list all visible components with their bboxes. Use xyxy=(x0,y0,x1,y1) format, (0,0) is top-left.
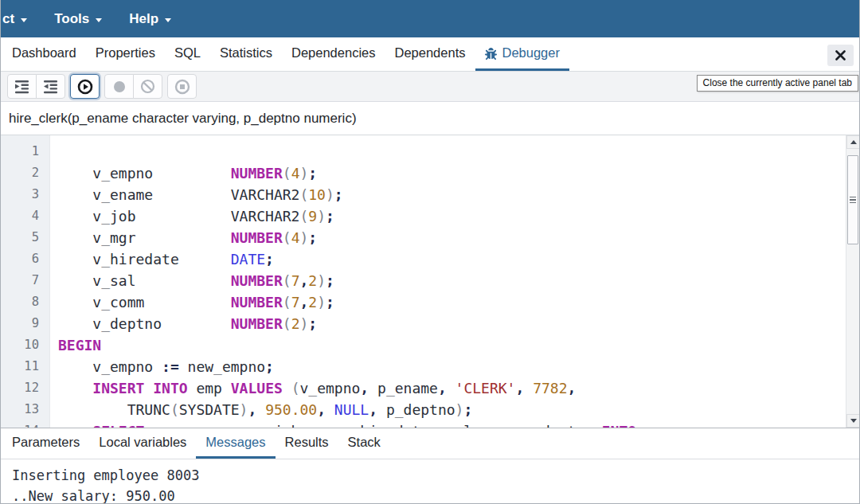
token-pun: ; xyxy=(326,294,334,311)
line-number[interactable]: 14 xyxy=(1,420,39,428)
token-pl: v_empno xyxy=(58,358,162,375)
token-pun: ; xyxy=(326,208,334,225)
token-pun: , xyxy=(515,380,524,397)
tooltip: Close the currently active panel tab xyxy=(697,75,858,92)
tab-results[interactable]: Results xyxy=(276,428,338,459)
code-line[interactable]: v_empno := new_empno; xyxy=(58,356,859,377)
code-line[interactable]: v_mgr NUMBER(4); xyxy=(58,227,859,248)
code-area[interactable]: v_empno NUMBER(4); v_ename VARCHAR2(10);… xyxy=(50,135,859,428)
code-line[interactable]: v_hiredate DATE; xyxy=(58,248,859,270)
code-line[interactable]: v_comm NUMBER(7,2); xyxy=(58,291,859,313)
code-line[interactable] xyxy=(58,141,859,162)
toolbar-button-group xyxy=(7,74,65,99)
code-line[interactable]: v_ename VARCHAR2(10); xyxy=(58,184,859,205)
token-par: ) xyxy=(240,401,248,418)
message-line: ..New salary: 950.00 xyxy=(12,486,859,504)
token-par: ( xyxy=(299,208,308,225)
function-signature-bar: hire_clerk(p_ename character varying, p_… xyxy=(1,102,859,135)
step-over-button[interactable] xyxy=(36,74,65,99)
tab-statistics[interactable]: Statistics xyxy=(210,37,282,71)
code-line[interactable]: v_sal NUMBER(7,2); xyxy=(58,270,859,291)
toggle-breakpoint-button[interactable] xyxy=(104,74,134,99)
token-pl xyxy=(283,380,291,397)
code-line[interactable]: SELECT empno, ename, job, mgr, hiredate,… xyxy=(58,420,859,428)
scroll-up-button[interactable] xyxy=(846,135,859,149)
token-pl xyxy=(256,401,265,418)
tab-properties[interactable]: Properties xyxy=(86,37,165,71)
arrow-down-icon xyxy=(850,419,857,423)
continue-icon xyxy=(77,79,93,95)
tab-stack[interactable]: Stack xyxy=(338,428,390,459)
menu-tools[interactable]: Tools xyxy=(54,11,102,27)
scroll-down-button[interactable] xyxy=(846,414,859,428)
code-line[interactable]: v_job VARCHAR2(9); xyxy=(58,205,859,227)
token-pl xyxy=(58,423,92,428)
code-line[interactable]: v_empno NUMBER(4); xyxy=(58,162,859,184)
tab-dependents[interactable]: Dependents xyxy=(385,37,475,71)
menu-help[interactable]: Help xyxy=(129,11,171,27)
token-kw: SELECT xyxy=(92,423,144,428)
token-pl: v_comm xyxy=(58,294,231,311)
tab-sql[interactable]: SQL xyxy=(165,37,210,71)
bug-icon xyxy=(485,48,497,60)
token-kw: VALUES xyxy=(231,380,283,397)
tab-messages[interactable]: Messages xyxy=(196,428,275,459)
token-pl: v_deptno xyxy=(58,315,231,332)
scrollbar-thumb[interactable] xyxy=(847,155,858,244)
code-line[interactable]: INSERT INTO emp VALUES (v_empno, p_ename… xyxy=(58,377,859,399)
token-pun: , xyxy=(299,294,308,311)
line-number[interactable]: 4 xyxy=(1,205,39,227)
line-number-gutter[interactable]: 1234567891011121314 xyxy=(1,135,50,428)
token-pl: new_empno xyxy=(179,358,265,375)
tab-debugger[interactable]: Debugger xyxy=(475,37,569,71)
token-kw: NUMBER xyxy=(231,272,283,289)
line-number[interactable]: 8 xyxy=(1,291,39,313)
step-into-button[interactable] xyxy=(7,74,37,99)
token-pl: p_deptno xyxy=(377,401,455,418)
token-pun: ; xyxy=(463,401,472,418)
token-pl xyxy=(144,380,153,397)
menu-object[interactable]: ct xyxy=(2,11,27,27)
token-pun: , xyxy=(369,401,377,418)
step-over-icon xyxy=(43,79,58,95)
token-kw: NUMBER xyxy=(231,229,283,246)
token-num: 4 xyxy=(291,165,300,182)
continue-button[interactable] xyxy=(70,74,100,99)
code-editor[interactable]: 1234567891011121314 v_empno NUMBER(4); v… xyxy=(1,135,859,428)
tab-dashboard[interactable]: Dashboard xyxy=(2,37,86,71)
editor-scrollbar[interactable] xyxy=(846,135,859,428)
code-line[interactable]: v_deptno NUMBER(2); xyxy=(58,313,859,334)
line-number[interactable]: 12 xyxy=(1,377,39,399)
line-number[interactable]: 11 xyxy=(1,356,39,377)
token-blt: DATE xyxy=(231,251,265,268)
token-pl: v_empno xyxy=(300,380,361,397)
line-number[interactable]: 9 xyxy=(1,313,39,334)
line-number[interactable]: 2 xyxy=(1,162,39,184)
token-num: 2 xyxy=(308,272,317,289)
stop-button[interactable] xyxy=(167,74,197,99)
line-number[interactable]: 13 xyxy=(1,399,39,420)
token-par: ( xyxy=(283,294,291,311)
line-number[interactable]: 6 xyxy=(1,248,39,270)
line-number[interactable]: 3 xyxy=(1,184,39,205)
code-line[interactable]: BEGIN xyxy=(58,334,859,356)
tab-local-variables[interactable]: Local variables xyxy=(89,428,196,459)
token-par: ( xyxy=(283,229,291,246)
clear-all-breakpoints-button[interactable] xyxy=(133,74,162,99)
token-pun: , xyxy=(438,380,447,397)
panel-tabbar: DashboardPropertiesSQLStatisticsDependen… xyxy=(1,37,859,72)
thumb-grip-icon xyxy=(850,195,856,205)
token-pl xyxy=(326,401,334,418)
token-pl: emp xyxy=(188,380,231,397)
tab-parameters[interactable]: Parameters xyxy=(2,428,89,459)
tab-dependencies[interactable]: Dependencies xyxy=(282,37,385,71)
token-par: ( xyxy=(170,401,179,418)
line-number[interactable]: 1 xyxy=(1,141,39,162)
token-num: 7 xyxy=(291,294,300,311)
close-panel-button[interactable] xyxy=(827,45,854,66)
line-number[interactable]: 7 xyxy=(1,270,39,291)
code-line[interactable]: TRUNC(SYSDATE), 950.00, NULL, p_deptno); xyxy=(58,399,859,420)
line-number[interactable]: 5 xyxy=(1,227,39,248)
token-num: 950.00 xyxy=(265,401,317,418)
line-number[interactable]: 10 xyxy=(1,334,39,356)
